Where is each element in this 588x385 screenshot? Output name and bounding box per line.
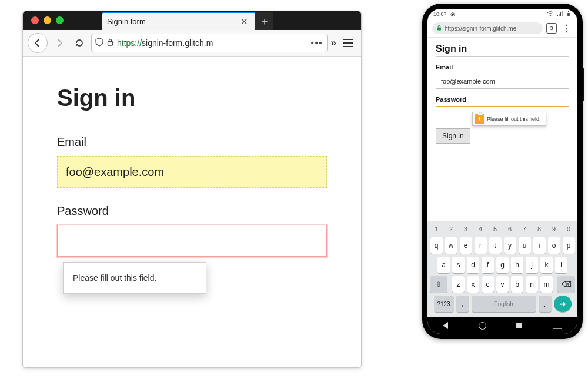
email-label: Email <box>57 135 327 149</box>
key-h[interactable]: h <box>511 257 523 273</box>
nav-home-button[interactable] <box>479 322 486 330</box>
validation-message: Please fill out this field. <box>73 273 156 283</box>
page-title: Sign in <box>57 85 327 111</box>
page-content: Sign in Email Password <box>23 57 361 268</box>
key-j[interactable]: j <box>526 257 538 273</box>
new-tab-button[interactable]: ＋ <box>255 12 273 30</box>
key-w[interactable]: w <box>445 237 457 254</box>
key-3[interactable]: 3 <box>460 224 472 234</box>
reload-icon <box>75 38 84 48</box>
phone-screen: 10:07 ◉ <box>427 9 577 334</box>
svg-rect-2 <box>568 11 569 12</box>
desktop-browser-window: Signin form ✕ ＋ <box>22 11 362 368</box>
nav-keyboard-button[interactable] <box>553 323 562 329</box>
tracking-protection-icon[interactable] <box>95 38 103 48</box>
warning-icon: ! <box>475 114 484 124</box>
lock-icon <box>437 25 442 32</box>
key-y[interactable]: y <box>504 237 516 254</box>
key-u[interactable]: u <box>519 237 531 254</box>
key-l[interactable]: l <box>555 257 567 273</box>
mobile-menu-button[interactable]: ⋮ <box>560 23 573 34</box>
key-v[interactable]: v <box>496 276 509 293</box>
window-maximize-button[interactable] <box>56 16 64 24</box>
mobile-browser-toolbar: https://signin-form.glitch.me 3 ⋮ <box>427 19 577 38</box>
key-6[interactable]: 6 <box>504 224 516 234</box>
phone-power-button[interactable] <box>583 68 584 101</box>
tab-close-icon[interactable]: ✕ <box>238 16 250 27</box>
backspace-key[interactable]: ⌫ <box>557 276 575 293</box>
window-close-button[interactable] <box>31 16 39 24</box>
password-field[interactable] <box>57 225 327 257</box>
key-1[interactable]: 1 <box>430 224 443 234</box>
browser-tab[interactable]: Signin form ✕ <box>102 12 255 30</box>
period-key[interactable]: . <box>539 296 552 312</box>
comma-key[interactable]: , <box>456 296 469 312</box>
signin-button-obscured[interactable] <box>83 347 136 361</box>
key-5[interactable]: 5 <box>489 224 502 234</box>
signal-icon <box>557 11 563 18</box>
app-menu-button[interactable] <box>340 35 356 51</box>
key-o[interactable]: o <box>548 237 560 254</box>
key-f[interactable]: f <box>482 257 494 273</box>
address-bar[interactable]: https://signin-form.glitch.m ••• <box>91 34 328 52</box>
key-9[interactable]: 9 <box>548 224 560 234</box>
reload-button[interactable] <box>71 35 88 51</box>
space-key[interactable]: English <box>472 296 536 312</box>
key-b[interactable]: b <box>511 276 523 293</box>
symbols-key[interactable]: ?123 <box>434 296 454 312</box>
email-field[interactable] <box>436 74 569 89</box>
key-e[interactable]: e <box>460 237 472 254</box>
key-d[interactable]: d <box>467 257 479 273</box>
mobile-page-content: Sign in Email Password Sign in ! Please … <box>427 38 577 221</box>
keyboard-row-4: ?123 , English . ➜ <box>430 296 575 312</box>
nav-recents-button[interactable] <box>516 323 522 328</box>
divider <box>436 56 569 57</box>
key-r[interactable]: r <box>475 237 487 254</box>
forward-button[interactable] <box>51 35 68 51</box>
key-t[interactable]: t <box>489 237 502 254</box>
key-4[interactable]: 4 <box>475 224 487 234</box>
lock-icon[interactable] <box>107 38 113 48</box>
key-7[interactable]: 7 <box>519 224 531 234</box>
shift-key[interactable]: ⇧ <box>430 276 447 293</box>
back-button[interactable] <box>28 33 48 53</box>
keyboard-row-2: asdfghjkl <box>430 257 575 273</box>
on-screen-keyboard: 1234567890 qwertyuiop asdfghjkl ⇧ zxcvbn… <box>427 221 577 317</box>
key-0[interactable]: 0 <box>563 224 575 234</box>
key-p[interactable]: p <box>563 237 575 254</box>
validation-message: Please fill out this field. <box>486 116 546 122</box>
keyboard-row-3: ⇧ zxcvbnm ⌫ <box>430 276 575 293</box>
window-minimize-button[interactable] <box>44 16 51 24</box>
key-c[interactable]: c <box>482 276 494 293</box>
email-field[interactable] <box>57 156 327 188</box>
key-s[interactable]: s <box>452 257 465 273</box>
key-x[interactable]: x <box>467 276 479 293</box>
key-a[interactable]: a <box>437 257 450 273</box>
arrow-right-icon <box>55 38 64 48</box>
overflow-toolbar-button[interactable]: » <box>331 37 336 49</box>
arrow-left-icon <box>33 38 42 48</box>
key-g[interactable]: g <box>496 257 509 273</box>
tab-switcher-button[interactable]: 3 <box>546 23 557 34</box>
key-n[interactable]: n <box>526 276 538 293</box>
key-2[interactable]: 2 <box>445 224 457 234</box>
wifi-icon <box>547 11 554 18</box>
window-controls <box>31 16 64 24</box>
key-i[interactable]: i <box>533 237 546 254</box>
enter-key[interactable]: ➜ <box>554 296 572 312</box>
status-icon: ◉ <box>450 11 455 17</box>
mobile-phone-frame: 10:07 ◉ <box>422 4 583 339</box>
key-q[interactable]: q <box>430 237 443 254</box>
nav-back-button[interactable] <box>443 322 448 329</box>
signin-button[interactable]: Sign in <box>436 128 470 144</box>
browser-tab-bar: Signin form ✕ ＋ <box>23 11 361 30</box>
page-actions-icon[interactable]: ••• <box>311 38 323 48</box>
key-m[interactable]: m <box>540 276 553 293</box>
key-z[interactable]: z <box>452 276 465 293</box>
url-text: https://signin-form.glitch.m <box>117 38 213 48</box>
validation-tooltip: ! Please fill out this field. <box>472 112 546 126</box>
key-8[interactable]: 8 <box>533 224 546 234</box>
key-k[interactable]: k <box>540 257 553 273</box>
mobile-address-bar[interactable]: https://signin-form.glitch.me <box>432 22 543 34</box>
svg-rect-3 <box>567 13 570 16</box>
